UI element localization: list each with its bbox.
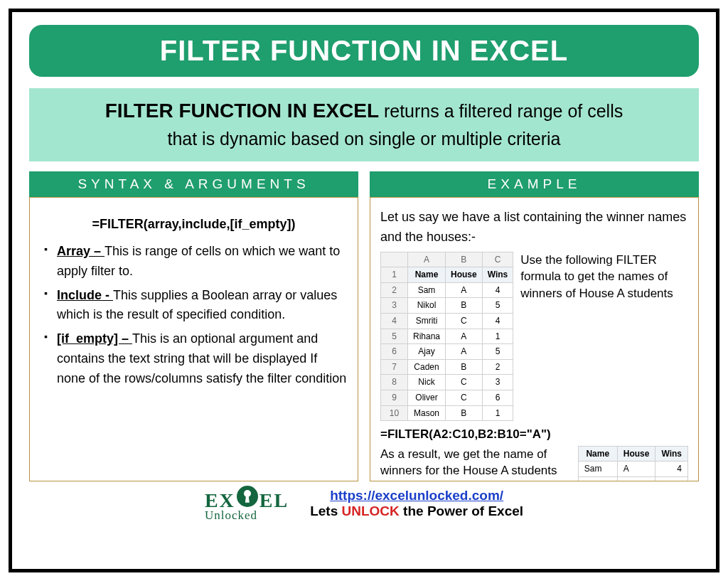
sheet-header-row: 1 Name House Wins — [381, 267, 513, 283]
description-text-2: that is dynamic based on single or multi… — [167, 129, 560, 149]
arg-include: Include - This supplies a Boolean array … — [44, 286, 348, 326]
cell: A — [617, 462, 655, 477]
cell: Caden — [408, 359, 446, 375]
cell: 6 — [482, 390, 513, 405]
cell: A — [446, 282, 483, 298]
cell: C — [446, 390, 483, 405]
arg-name: Include - — [57, 288, 113, 302]
table-row: 2SamA4 — [381, 282, 513, 298]
row-num: 5 — [381, 329, 408, 344]
syntax-formula: =FILTER(array,include,[if_empty]) — [40, 215, 348, 235]
example-intro: Let us say we have a list containing the… — [380, 208, 688, 247]
example-row-1: A B C 1 Name House Wins 2SamA43NikolB54S… — [380, 252, 688, 422]
cell: C — [446, 375, 483, 390]
arg-if-empty: [if_empty] – This is an optional argumen… — [44, 329, 348, 389]
cell: 1 — [482, 405, 513, 421]
example-body: Let us say we have a list containing the… — [370, 197, 699, 481]
table-row: 8NickC3 — [381, 375, 513, 390]
cell: 4 — [482, 314, 513, 329]
result-col-header: Name — [578, 446, 617, 462]
footer-link[interactable]: https://excelunlocked.com/ — [330, 488, 503, 503]
row-num: 1 — [381, 267, 408, 283]
result-col-header: Wins — [655, 446, 688, 462]
cell: Mason — [408, 405, 446, 421]
cell: C — [446, 314, 483, 329]
cell: 1 — [482, 329, 513, 344]
cell: B — [446, 405, 483, 421]
page-title: FILTER FUNCTION IN EXCEL — [29, 25, 699, 77]
cell: B — [446, 359, 483, 375]
columns: SYNTAX & ARGUMENTS =FILTER(array,include… — [29, 171, 699, 481]
cell: 5 — [482, 344, 513, 360]
col-header: Wins — [482, 267, 513, 283]
logo-text-bottom: Unlocked — [205, 510, 289, 521]
row-num: 6 — [381, 344, 408, 360]
table-row: RihanaA1 — [578, 476, 687, 481]
table-row: 3NikolB5 — [381, 298, 513, 314]
arg-array: Array – This is range of cells on which … — [44, 242, 348, 282]
row-num: 4 — [381, 314, 408, 329]
table-row: 9OliverC6 — [381, 390, 513, 405]
row-num: 9 — [381, 390, 408, 405]
result-header-row: Name House Wins — [578, 446, 687, 462]
syntax-column: SYNTAX & ARGUMENTS =FILTER(array,include… — [29, 171, 358, 481]
table-row: 5RihanaA1 — [381, 329, 513, 344]
tagline-1: Lets — [310, 503, 341, 518]
sheet-col-letters: A B C — [381, 252, 513, 267]
logo-text-top: EXEL — [205, 486, 289, 511]
footer: EXEL Unlocked https://excelunlocked.com/… — [29, 486, 699, 522]
arg-name: Array – — [57, 244, 105, 258]
cell: Sam — [578, 462, 617, 477]
cell: A — [617, 476, 655, 481]
cell: Ajay — [408, 344, 446, 360]
cell: 2 — [482, 359, 513, 375]
row-num: 8 — [381, 375, 408, 390]
cell: 4 — [482, 282, 513, 298]
result-sheet: Name House Wins SamA4RihanaA1AjayA5 — [578, 446, 688, 481]
cell: 3 — [482, 375, 513, 390]
cell: A — [446, 329, 483, 344]
cell: Nikol — [408, 298, 446, 314]
col-letter: B — [446, 252, 483, 267]
example-result-text: As a result, we get the name of winners … — [380, 446, 571, 480]
corner-cell — [381, 252, 408, 267]
example-instruction: Use the following FILTER formula to get … — [520, 252, 688, 302]
result-col-header: House — [617, 446, 655, 462]
cell: Oliver — [408, 390, 446, 405]
row-num: 10 — [381, 405, 408, 421]
cell: 5 — [482, 298, 513, 314]
source-sheet: A B C 1 Name House Wins 2SamA43NikolB54S… — [380, 252, 513, 422]
table-row: 4SmritiC4 — [381, 314, 513, 329]
cell: B — [446, 298, 483, 314]
example-column: EXAMPLE Let us say we have a list contai… — [370, 171, 699, 481]
syntax-body: =FILTER(array,include,[if_empty]) Array … — [29, 197, 358, 481]
cell: Sam — [408, 282, 446, 298]
description-bold: FILTER FUNCTION IN EXCEL — [105, 100, 379, 122]
footer-text: https://excelunlocked.com/ Lets UNLOCK t… — [310, 488, 523, 519]
cell: 4 — [655, 462, 688, 477]
cell: A — [446, 344, 483, 360]
col-letter: A — [408, 252, 446, 267]
table-row: 7CadenB2 — [381, 359, 513, 375]
row-num: 3 — [381, 298, 408, 314]
arg-name: [if_empty] – — [57, 331, 132, 346]
tagline-2: the Power of Excel — [400, 503, 523, 518]
example-header: EXAMPLE — [370, 171, 699, 197]
col-header: House — [446, 267, 483, 283]
description-box: FILTER FUNCTION IN EXCEL returns a filte… — [29, 88, 699, 161]
description-text-1: returns a filtered range of cells — [379, 101, 623, 121]
keyhole-icon — [237, 486, 258, 507]
cell: Smriti — [408, 314, 446, 329]
cell: Nick — [408, 375, 446, 390]
argument-list: Array – This is range of cells on which … — [40, 242, 348, 389]
table-row: 6AjayA5 — [381, 344, 513, 360]
example-row-2: As a result, we get the name of winners … — [380, 446, 688, 481]
col-header: Name — [408, 267, 446, 283]
row-num: 2 — [381, 282, 408, 298]
row-num: 7 — [381, 359, 408, 375]
tagline-unlock: UNLOCK — [342, 503, 400, 518]
table-row: 10MasonB1 — [381, 405, 513, 421]
example-formula: =FILTER(A2:C10,B2:B10="A") — [380, 425, 688, 444]
cell: Rihana — [408, 329, 446, 344]
table-row: SamA4 — [578, 462, 687, 477]
